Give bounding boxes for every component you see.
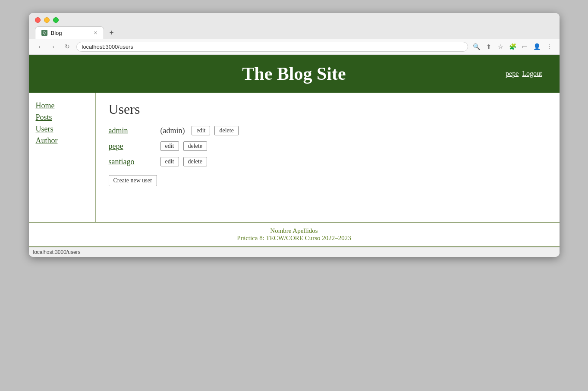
logout-link[interactable]: Logout xyxy=(522,70,542,78)
maximize-dot[interactable] xyxy=(53,17,59,23)
bookmark-icon[interactable]: ☆ xyxy=(497,43,505,51)
sidebar-item-author[interactable]: Author xyxy=(36,136,88,145)
url-input[interactable] xyxy=(76,42,468,52)
browser-titlebar: Q Blog × + xyxy=(29,13,560,39)
page-title: Users xyxy=(109,101,547,117)
tab-close-icon[interactable]: × xyxy=(94,29,97,36)
close-dot[interactable] xyxy=(35,17,41,23)
edit-button-pepe[interactable]: edit xyxy=(160,141,179,151)
status-bar: localhost:3000/users xyxy=(29,247,560,257)
user-row-pepe: pepe edit delete xyxy=(109,141,547,151)
profile-icon[interactable]: 👤 xyxy=(533,43,541,51)
header-user-links: pepe Logout xyxy=(506,70,542,78)
user-row-admin: admin (admin) edit delete xyxy=(109,126,547,135)
main-content: Users admin (admin) edit delete pepe edi… xyxy=(96,93,560,222)
status-url: localhost:3000/users xyxy=(33,249,81,255)
site-body: Home Posts Users Author Users admin (adm… xyxy=(29,93,560,222)
new-tab-button[interactable]: + xyxy=(106,27,118,39)
tab-title: Blog xyxy=(51,30,62,36)
sidebar-item-users[interactable]: Users xyxy=(36,125,88,134)
user-link-pepe[interactable]: pepe xyxy=(109,142,156,151)
header-username-link[interactable]: pepe xyxy=(506,70,519,78)
reload-button[interactable]: ↻ xyxy=(63,42,72,52)
zoom-icon[interactable]: 🔍 xyxy=(472,43,481,51)
extensions-icon[interactable]: 🧩 xyxy=(509,43,517,51)
delete-button-admin[interactable]: delete xyxy=(214,126,238,135)
menu-icon[interactable]: ⋮ xyxy=(545,43,553,51)
site-title: The Blog Site xyxy=(242,63,346,84)
site-header: The Blog Site pepe Logout xyxy=(29,55,560,93)
footer-line1: Nombre Apellidos xyxy=(33,227,555,235)
footer-line2: Práctica 8: TECW/CORE Curso 2022–2023 xyxy=(33,235,555,242)
tab-bar: Q Blog × + xyxy=(35,26,553,39)
back-button[interactable]: ‹ xyxy=(35,42,44,52)
user-role-admin: (admin) xyxy=(160,126,185,135)
sidebar: Home Posts Users Author xyxy=(29,93,96,222)
site-content: The Blog Site pepe Logout Home Posts Use… xyxy=(29,55,560,247)
sidebar-icon[interactable]: ▭ xyxy=(521,43,529,51)
share-icon[interactable]: ⬆ xyxy=(484,43,493,51)
user-link-santiago[interactable]: santiago xyxy=(109,157,156,166)
user-link-admin[interactable]: admin xyxy=(109,126,156,135)
browser-controls xyxy=(35,17,553,23)
tab-favicon: Q xyxy=(41,30,47,36)
delete-button-santiago[interactable]: delete xyxy=(183,157,207,166)
user-row-santiago: santiago edit delete xyxy=(109,157,547,166)
active-tab[interactable]: Q Blog × xyxy=(35,26,104,39)
edit-button-santiago[interactable]: edit xyxy=(160,157,179,166)
sidebar-item-posts[interactable]: Posts xyxy=(36,113,88,122)
address-icons: 🔍 ⬆ ☆ 🧩 ▭ 👤 ⋮ xyxy=(472,43,553,51)
address-bar: ‹ › ↻ 🔍 ⬆ ☆ 🧩 ▭ 👤 ⋮ xyxy=(29,39,560,55)
forward-button[interactable]: › xyxy=(49,42,58,52)
delete-button-pepe[interactable]: delete xyxy=(183,141,207,151)
edit-button-admin[interactable]: edit xyxy=(192,126,210,135)
browser-window: Q Blog × + ‹ › ↻ 🔍 ⬆ ☆ 🧩 ▭ 👤 ⋮ The Blog … xyxy=(29,13,560,257)
create-new-user-button[interactable]: Create new user xyxy=(109,175,157,186)
site-footer: Nombre Apellidos Práctica 8: TECW/CORE C… xyxy=(29,222,560,247)
sidebar-item-home[interactable]: Home xyxy=(36,101,88,110)
minimize-dot[interactable] xyxy=(44,17,50,23)
